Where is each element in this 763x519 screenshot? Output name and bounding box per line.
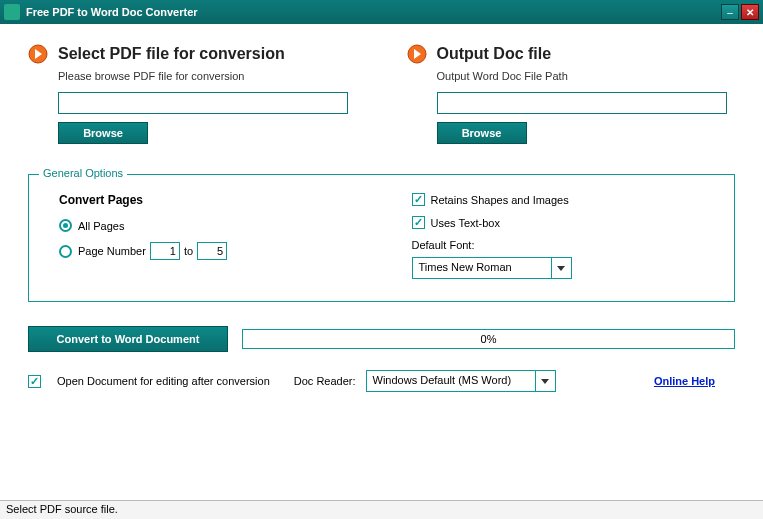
output-path-field[interactable] xyxy=(437,92,727,114)
input-heading: Select PDF file for conversion xyxy=(58,45,285,63)
options-legend: General Options xyxy=(39,167,127,179)
all-pages-radio[interactable] xyxy=(59,219,72,232)
input-browse-button[interactable]: Browse xyxy=(58,122,148,144)
retain-shapes-checkbox[interactable]: ✓ xyxy=(412,193,425,206)
window-title: Free PDF to Word Doc Converter xyxy=(26,6,719,18)
uses-textbox-label: Uses Text-box xyxy=(431,217,501,229)
doc-reader-combo[interactable]: Windows Default (MS Word) xyxy=(366,370,556,392)
status-bar: Select PDF source file. xyxy=(0,500,763,519)
title-bar: Free PDF to Word Doc Converter – ✕ xyxy=(0,0,763,24)
general-options-group: General Options Convert Pages All Pages … xyxy=(28,174,735,302)
default-font-combo[interactable]: Times New Roman xyxy=(412,257,572,279)
all-pages-label: All Pages xyxy=(78,220,124,232)
open-after-checkbox[interactable]: ✓ xyxy=(28,375,41,388)
page-from-field[interactable] xyxy=(150,242,180,260)
page-number-label: Page Number xyxy=(78,245,146,257)
close-button[interactable]: ✕ xyxy=(741,4,759,20)
output-column: Output Doc file Output Word Doc File Pat… xyxy=(407,44,736,144)
open-after-label: Open Document for editing after conversi… xyxy=(57,375,270,387)
page-to-field[interactable] xyxy=(197,242,227,260)
app-icon xyxy=(4,4,20,20)
default-font-value: Times New Roman xyxy=(413,258,551,278)
progress-bar: 0% xyxy=(242,329,735,349)
convert-pages-heading: Convert Pages xyxy=(59,193,352,207)
output-hint: Output Word Doc File Path xyxy=(437,70,736,82)
convert-button[interactable]: Convert to Word Document xyxy=(28,326,228,352)
input-hint: Please browse PDF file for conversion xyxy=(58,70,357,82)
doc-reader-label: Doc Reader: xyxy=(294,375,356,387)
arrow-right-icon xyxy=(407,44,427,64)
retain-shapes-label: Retains Shapes and Images xyxy=(431,194,569,206)
page-number-radio[interactable] xyxy=(59,245,72,258)
page-to-label: to xyxy=(184,245,193,257)
input-path-field[interactable] xyxy=(58,92,348,114)
content-area: Select PDF file for conversion Please br… xyxy=(0,24,763,500)
chevron-down-icon xyxy=(535,371,555,391)
default-font-label: Default Font: xyxy=(412,239,705,251)
arrow-right-icon xyxy=(28,44,48,64)
input-column: Select PDF file for conversion Please br… xyxy=(28,44,357,144)
chevron-down-icon xyxy=(551,258,571,278)
online-help-link[interactable]: Online Help xyxy=(654,375,715,387)
output-heading: Output Doc file xyxy=(437,45,552,63)
uses-textbox-checkbox[interactable]: ✓ xyxy=(412,216,425,229)
doc-reader-value: Windows Default (MS Word) xyxy=(367,371,535,391)
minimize-button[interactable]: – xyxy=(721,4,739,20)
output-browse-button[interactable]: Browse xyxy=(437,122,527,144)
